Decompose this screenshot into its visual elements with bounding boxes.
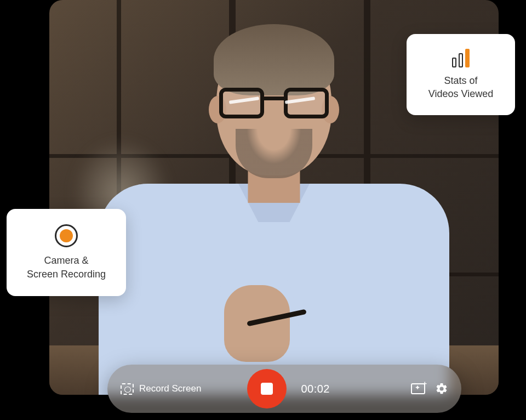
stop-recording-button[interactable]	[247, 369, 287, 408]
record-screen-button[interactable]: Record Screen	[121, 383, 201, 395]
recording-timer: 00:02	[301, 383, 330, 395]
recording-toolbar: Record Screen 00:02	[107, 365, 461, 413]
camera-recording-card[interactable]: Camera & Screen Recording	[7, 209, 126, 296]
bar-chart-icon	[452, 49, 470, 67]
settings-icon[interactable]	[435, 382, 448, 395]
effects-icon[interactable]	[411, 383, 425, 394]
record-icon	[55, 224, 78, 247]
presenter	[104, 27, 444, 395]
record-screen-label: Record Screen	[139, 383, 201, 394]
stats-card-label: Stats of Videos Viewed	[428, 74, 493, 101]
screen-camera-icon	[121, 383, 134, 395]
stop-icon	[261, 383, 273, 395]
camera-card-label: Camera & Screen Recording	[27, 254, 106, 281]
stats-card[interactable]: Stats of Videos Viewed	[407, 34, 515, 115]
